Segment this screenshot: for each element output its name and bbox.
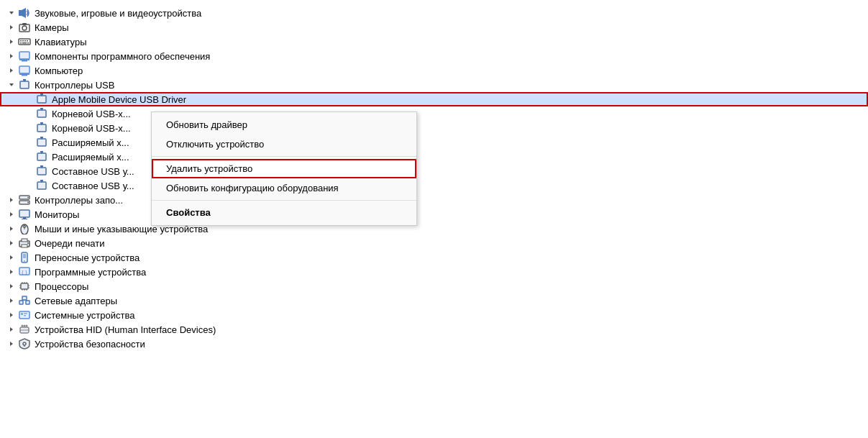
expand-icon-system-devices[interactable] — [6, 309, 17, 321]
expand-icon-printers[interactable] — [6, 237, 17, 249]
tree-item-network[interactable]: Сетевые адаптеры — [0, 293, 868, 308]
svg-rect-14 — [22, 42, 27, 44]
tree-item-printers[interactable]: Очереди печати — [0, 236, 868, 250]
item-label-printers: Очереди печати — [35, 238, 105, 249]
svg-marker-21 — [10, 68, 13, 73]
tree-item-apple-usb[interactable]: Apple Mobile Device USB Driver — [0, 92, 868, 106]
item-label-network: Сетевые адаптеры — [35, 296, 117, 306]
item-label-storage-controllers: Контроллеры запо... — [35, 195, 123, 206]
svg-marker-99 — [10, 327, 13, 332]
tree-item-security[interactable]: Устройства безопасности — [0, 337, 868, 351]
context-menu: Обновить драйверОтключить устройствоУдал… — [151, 111, 417, 226]
expand-icon-hid[interactable] — [6, 324, 17, 335]
svg-marker-2 — [22, 8, 26, 18]
svg-marker-51 — [10, 198, 13, 202]
svg-rect-48 — [37, 182, 46, 189]
expand-icon-cameras[interactable] — [6, 22, 17, 33]
svg-rect-25 — [22, 75, 27, 76]
tree-item-composite1[interactable]: Составное USB у... — [0, 164, 868, 178]
tree-item-hid[interactable]: Устройства HID (Human Interface Devices) — [0, 322, 868, 337]
svg-marker-88 — [10, 298, 13, 303]
device-icon-root-hub2 — [35, 122, 49, 134]
svg-rect-27 — [20, 81, 29, 88]
context-menu-item-uninstall-device[interactable]: Удалить устройство — [152, 159, 416, 178]
expand-icon-monitors[interactable] — [6, 209, 17, 220]
expand-icon-sound[interactable] — [6, 7, 17, 19]
tree-item-keyboards[interactable]: Клавиатуры — [0, 35, 868, 49]
tree-item-portable[interactable]: Переносные устройства — [0, 250, 868, 265]
svg-line-92 — [22, 300, 25, 301]
svg-marker-94 — [10, 313, 13, 317]
tree-item-ext-hub1[interactable]: Расширяемый х... — [0, 135, 868, 150]
item-label-security: Устройства безопасности — [35, 339, 145, 350]
svg-rect-8 — [19, 39, 30, 45]
context-menu-item-disable-device[interactable]: Отключить устройство — [152, 134, 416, 154]
device-icon-composite2 — [35, 180, 49, 191]
expand-icon-keyboards[interactable] — [6, 36, 17, 47]
item-label-computer: Компьютер — [35, 65, 83, 76]
expand-icon-software-devices[interactable] — [6, 266, 17, 278]
svg-rect-12 — [27, 40, 28, 42]
device-manager: Звуковые, игровые и видеоустройстваКамер… — [0, 0, 868, 438]
svg-rect-97 — [24, 313, 27, 314]
svg-rect-89 — [19, 301, 23, 304]
svg-point-103 — [24, 325, 26, 327]
tree-item-mice[interactable]: Мыши и иные указывающие устройства — [0, 222, 868, 236]
svg-marker-7 — [10, 40, 13, 44]
svg-rect-90 — [26, 301, 29, 304]
expand-icon-processors[interactable] — [6, 280, 17, 292]
svg-rect-59 — [22, 219, 27, 219]
item-label-composite1: Составное USB у... — [52, 166, 134, 177]
context-menu-item-update-driver[interactable]: Обновить драйвер — [152, 115, 416, 134]
svg-marker-105 — [10, 342, 13, 346]
tree-item-cameras[interactable]: Камеры — [0, 20, 868, 35]
expand-icon-apple-usb[interactable] — [23, 93, 35, 105]
tree-item-storage-controllers[interactable]: Контроллеры запо... — [0, 193, 868, 207]
tree-item-composite2[interactable]: Составное USB у... — [0, 178, 868, 193]
expand-icon-mice[interactable] — [6, 223, 17, 234]
tree-item-processors[interactable]: Процессоры — [0, 279, 868, 293]
expand-icon-ext-hub2[interactable] — [23, 151, 35, 163]
expand-icon-usb-controllers[interactable] — [6, 79, 17, 91]
svg-point-53 — [27, 197, 29, 199]
svg-rect-77 — [21, 283, 28, 289]
svg-rect-17 — [19, 52, 29, 59]
svg-rect-29 — [23, 79, 26, 81]
expand-icon-software-components[interactable] — [6, 50, 17, 62]
tree-item-usb-controllers[interactable]: Контроллеры USB — [0, 78, 868, 92]
tree-item-ext-hub2[interactable]: Расширяемый х... — [0, 150, 868, 164]
tree-item-root-hub1[interactable]: Корневой USB-х... — [0, 106, 868, 121]
expand-icon-composite1[interactable] — [23, 165, 35, 177]
expand-icon-computer[interactable] — [6, 65, 17, 76]
item-label-processors: Процессоры — [35, 281, 88, 292]
tree-item-software-components[interactable]: Компоненты программного обеспечения — [0, 49, 868, 63]
device-icon-root-hub1 — [35, 108, 49, 119]
svg-marker-3 — [10, 25, 13, 29]
context-menu-item-properties[interactable]: Свойства — [152, 203, 416, 222]
expand-icon-ext-hub1[interactable] — [23, 137, 35, 148]
expand-icon-root-hub1[interactable] — [23, 108, 35, 119]
item-label-root-hub2: Корневой USB-х... — [52, 123, 131, 134]
tree-item-system-devices[interactable]: Системные устройства — [0, 308, 868, 322]
tree-item-computer[interactable]: Компьютер — [0, 63, 868, 78]
tree-item-sound[interactable]: Звуковые, игровые и видеоустройства — [0, 6, 868, 20]
item-label-software-devices: Программные устройства — [35, 267, 146, 278]
svg-rect-45 — [37, 168, 46, 175]
svg-rect-98 — [24, 315, 26, 316]
device-icon-monitors — [17, 209, 32, 220]
tree-item-monitors[interactable]: Мониторы — [0, 207, 868, 222]
expand-icon-composite2[interactable] — [23, 180, 35, 191]
context-menu-item-scan-hardware[interactable]: Обновить конфигурацию оборудования — [152, 178, 416, 198]
expand-icon-network[interactable] — [6, 295, 17, 306]
svg-rect-44 — [40, 151, 43, 152]
tree-item-software-devices[interactable]: { }Программные устройства — [0, 265, 868, 279]
expand-icon-storage-controllers[interactable] — [6, 194, 17, 206]
device-icon-ext-hub2 — [35, 151, 49, 163]
item-label-portable: Переносные устройства — [35, 252, 140, 263]
item-label-sound: Звуковые, игровые и видеоустройства — [35, 8, 201, 19]
item-label-hid: Устройства HID (Human Interface Devices) — [35, 324, 216, 335]
expand-icon-root-hub2[interactable] — [23, 122, 35, 134]
tree-item-root-hub2[interactable]: Корневой USB-х... — [0, 121, 868, 135]
expand-icon-portable[interactable] — [6, 252, 17, 263]
expand-icon-security[interactable] — [6, 338, 17, 350]
